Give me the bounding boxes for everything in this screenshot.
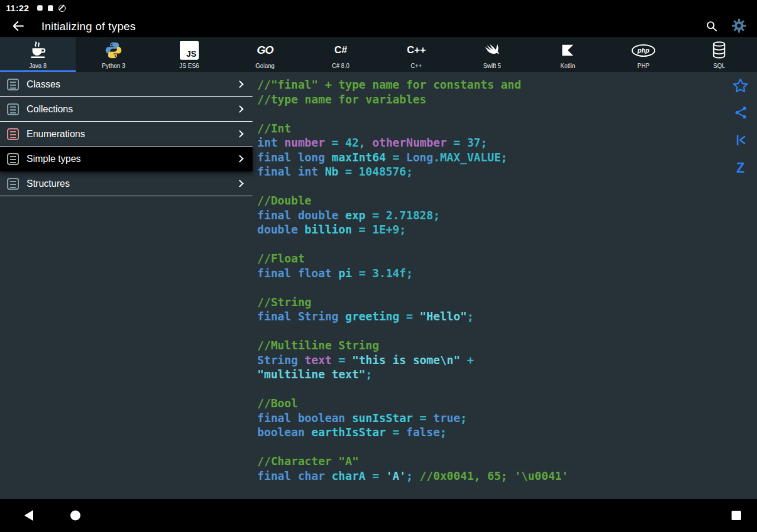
code-line [257,237,724,252]
php-icon: php [632,38,655,62]
kotlin-icon [559,38,576,62]
page-title: Initializing of types [41,20,698,33]
share-icon [733,105,748,122]
sidebar-item-classes[interactable]: Classes [0,72,253,97]
code-line: //String [257,295,724,310]
tab-go[interactable]: GOGolang [227,37,303,72]
search-button[interactable] [698,16,725,37]
back-button[interactable] [5,16,32,37]
tab-python[interactable]: Python 3 [76,37,151,72]
status-bar: 11:22 [0,0,757,16]
tab-php[interactable]: phpPHP [606,37,681,72]
status-time: 11:22 [6,3,29,13]
tab-label: Java 8 [29,63,46,69]
code-line: int number = 42, otherNumber = 37; [257,135,724,150]
settings-button[interactable] [725,16,752,37]
sidebar-item-label: Structures [27,179,237,189]
enumerations-icon [7,128,19,140]
code-line: //Multiline String [257,338,724,353]
cpp-icon: C++ [407,38,426,62]
code-line: //"final" + type name for constants and [257,77,724,92]
code-line: //Int [257,121,724,136]
code-line: final float pi = 3.14f; [257,266,724,281]
tab-kotlin[interactable]: Kotlin [530,37,606,72]
sidebar-item-collections[interactable]: Collections [0,97,253,122]
code-line: final double exp = 2.71828; [257,208,724,223]
code-line [257,106,724,121]
code-line [257,382,724,397]
nav-home-icon[interactable] [70,511,80,521]
code-line: //Double [257,193,724,208]
tab-sql[interactable]: SQL [681,37,757,72]
structures-icon [7,178,19,190]
code-line: final long maxInt64 = Long.MAX_VALUE; [257,150,724,165]
code-line: double billion = 1E+9; [257,222,724,237]
collections-icon [7,103,19,115]
code-line: final String greeting = "Hello"; [257,309,724,324]
android-nav-bar [0,499,757,532]
do-not-disturb-icon [59,5,66,12]
sidebar-item-label: Classes [27,79,237,90]
skip-previous-icon [733,132,748,150]
notification-icon-1 [37,5,43,11]
search-icon [705,20,718,34]
back-arrow-icon [11,19,25,35]
code-line [257,179,724,194]
skip-previous-button[interactable] [727,131,753,150]
sql-icon [710,38,728,62]
tab-java[interactable]: Java 8 [0,37,76,72]
golang-icon: GO [257,38,273,62]
nav-back-icon[interactable] [24,510,33,521]
chevron-right-icon [236,180,244,187]
js-icon: JS [180,38,199,62]
tab-cpp[interactable]: C++C++ [378,37,454,72]
code-line: final int Nb = 1048576; [257,164,724,179]
chevron-right-icon [236,155,244,163]
code-line: final boolean sunIsStar = true; [257,411,724,426]
code-line: final char charA = 'A'; //0x0041, 65; '\… [257,469,724,484]
simple-types-icon [7,153,19,165]
notification-icon-2 [48,5,53,11]
favorite-button[interactable] [727,77,753,96]
tab-label: C++ [411,63,422,69]
sidebar-item-simple-types[interactable]: Simple types [0,147,253,171]
nav-recents-icon[interactable] [732,511,741,520]
content: ClassesCollectionsEnumerationsSimple typ… [0,72,757,499]
code-line: //Bool [257,396,724,411]
settings-gear-icon [731,18,747,35]
tab-label: PHP [638,63,650,69]
sidebar-item-enumerations[interactable]: Enumerations [0,122,253,147]
sidebar-item-label: Enumerations [27,129,237,140]
tab-label: Python 3 [102,63,125,69]
code-line [257,324,724,339]
sidebar-item-label: Collections [27,104,237,115]
topic-sidebar: ClassesCollectionsEnumerationsSimple typ… [0,72,253,499]
chevron-right-icon [236,105,244,113]
python-icon [104,38,123,62]
tab-label: SQL [713,63,725,69]
chevron-right-icon [236,130,244,138]
code-line [257,440,724,455]
star-icon [732,77,749,96]
code-line: //Float [257,251,724,266]
jump-z-button[interactable]: Z [727,158,753,177]
tab-label: Golang [255,63,274,69]
action-column: Z [727,77,753,177]
code-line [257,280,724,295]
code-viewer[interactable]: //"final" + type name for constants and/… [253,72,757,499]
language-tab-bar: Java 8Python 3JSJS ES6GOGolangC#C# 8.0C+… [0,37,757,72]
tab-label: Kotlin [560,63,575,69]
sidebar-item-structures[interactable]: Structures [0,171,253,196]
share-button[interactable] [727,104,753,123]
code-line: "multiline text"; [257,367,724,382]
tab-csharp[interactable]: C#C# 8.0 [303,37,378,72]
z-icon: Z [736,160,745,176]
tab-js[interactable]: JSJS ES6 [151,37,227,72]
chevron-right-icon [236,80,244,88]
tab-label: JS ES6 [179,63,199,69]
code-line: //Character "A" [257,454,724,469]
tab-swift[interactable]: Swift 5 [454,37,530,72]
swift-icon [483,38,502,62]
tab-label: C# 8.0 [332,63,349,69]
code-line: //type name for variables [257,92,724,107]
